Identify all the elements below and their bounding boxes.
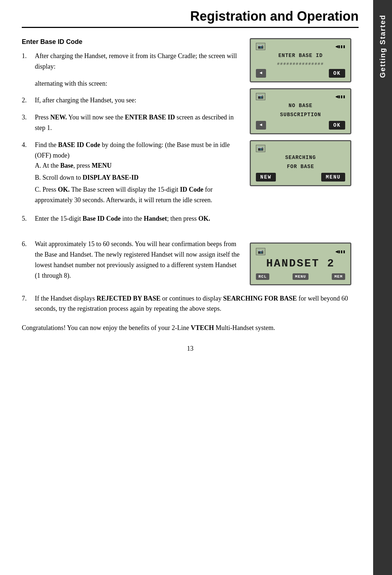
screen4-main-text: HANDSET 2 <box>256 257 345 270</box>
screen3-line1: SEARCHING <box>256 154 345 162</box>
page-number: 13 <box>22 345 359 352</box>
screen2-line1: NO BASE <box>256 102 345 110</box>
conclusion-text: Congratulations! You can now enjoy the b… <box>22 324 275 331</box>
sub-step-c: C. Press OK. The Base screen will displa… <box>35 184 241 205</box>
main-content: Enter Base ID Code 1. After charging the… <box>22 38 359 230</box>
screen-no-base: 📷 ◀▮▮▮ NO BASE SUBSCRIPTION ◀ OK <box>250 88 351 134</box>
steps-list: 1. After charging the Handset, remove it… <box>22 51 241 224</box>
section-heading: Enter Base ID Code <box>22 38 241 46</box>
step-2-num: 2. <box>22 95 30 106</box>
page-title: Registration and Operation <box>22 0 359 28</box>
step-6-num: 6. <box>22 239 30 281</box>
right-column-screens: 📷 ◀▮▮▮ ENTER BASE ID ############### ◀ O… <box>250 38 359 186</box>
screen1-battery: ◀▮▮▮ <box>335 44 345 49</box>
step-5-num: 5. <box>22 213 30 224</box>
screen1-line1: ENTER BASE ID <box>256 52 345 60</box>
screen3-top-row: 📷 <box>256 145 345 152</box>
bottom-section: 6. Wait approximately 15 to 60 seconds. … <box>22 239 359 287</box>
screen-searching: 📷 SEARCHING FOR BASE NEW MENU <box>250 140 351 186</box>
step-4-text: Find the BASE ID Code by doing the follo… <box>35 140 241 207</box>
sub-step-b: B. Scroll down to DISPLAY BASE-ID <box>35 172 241 183</box>
screen4-buttons: RCL MENU MEM <box>256 273 345 280</box>
step-2-text: If, after charging the Handset, you see: <box>35 95 136 106</box>
screen4-btn3: MEM <box>332 273 345 280</box>
screen3-btn-right: MENU <box>321 173 345 182</box>
step-3: 3. Press NEW. You will now see the ENTER… <box>22 112 241 133</box>
screen2-btn-left: ◀ <box>256 121 266 130</box>
step-7-text: If the Handset displays REJECTED BY BASE… <box>35 293 359 314</box>
step-3-text: Press NEW. You will now see the ENTER BA… <box>35 112 241 133</box>
conclusion: Congratulations! You can now enjoy the b… <box>22 323 359 333</box>
step-alt-num <box>22 78 30 89</box>
alternating-label-text: alternating with this screen: <box>35 78 107 89</box>
screen3-icon: 📷 <box>256 145 265 152</box>
screen2-battery: ◀▮▮▮ <box>335 94 345 99</box>
screen3-line2: FOR BASE <box>256 163 345 171</box>
step-4-num: 4. <box>22 140 30 207</box>
screen4-icon: 📷 <box>256 248 265 255</box>
side-tab-label: Getting Started <box>379 15 387 78</box>
screen-handset2: 📷 ◀▮▮▮ HANDSET 2 RCL MENU MEM <box>250 242 351 285</box>
screen4-top-row: 📷 ◀▮▮▮ <box>256 248 345 255</box>
screen2-btn-right: OK <box>329 121 345 130</box>
screen2-buttons: ◀ OK <box>256 121 345 130</box>
side-tab: Getting Started <box>373 0 392 575</box>
screen1-icon: 📷 <box>256 43 265 50</box>
sub-step-a: A. At the Base, press MENU <box>35 160 241 171</box>
step-7: 7. If the Handset displays REJECTED BY B… <box>22 293 359 314</box>
screen3-btn-left: NEW <box>256 173 276 182</box>
screen4-battery: ◀▮▮▮ <box>335 249 345 254</box>
screen3-buttons: NEW MENU <box>256 173 345 182</box>
screen2-icon: 📷 <box>256 93 265 100</box>
screen1-btn-left: ◀ <box>256 69 266 78</box>
screen2-top-row: 📷 ◀▮▮▮ <box>256 93 345 100</box>
step-6: 6. Wait approximately 15 to 60 seconds. … <box>22 239 241 281</box>
alternating-label-item: alternating with this screen: <box>22 78 241 89</box>
step-7-num: 7. <box>22 293 30 314</box>
step-5: 5. Enter the 15-digit Base ID Code into … <box>22 213 241 224</box>
screen2-line2: SUBSCRIPTION <box>256 111 345 119</box>
step-5-text: Enter the 15-digit Base ID Code into the… <box>35 213 210 224</box>
step-1: 1. After charging the Handset, remove it… <box>22 51 241 72</box>
step-6-text: Wait approximately 15 to 60 seconds. You… <box>35 239 241 281</box>
screen-enter-base-id: 📷 ◀▮▮▮ ENTER BASE ID ############### ◀ O… <box>250 38 351 82</box>
step-1-text: After charging the Handset, remove it fr… <box>35 51 241 72</box>
left-column: Enter Base ID Code 1. After charging the… <box>22 38 241 230</box>
step-3-num: 3. <box>22 112 30 133</box>
screen4-btn1: RCL <box>256 273 269 280</box>
step-2: 2. If, after charging the Handset, you s… <box>22 95 241 106</box>
screen1-buttons: ◀ OK <box>256 69 345 78</box>
sub-steps: A. At the Base, press MENU B. Scroll dow… <box>35 160 241 205</box>
step-1-num: 1. <box>22 51 30 72</box>
screen1-hash: ############### <box>256 62 345 66</box>
bottom-steps: 6. Wait approximately 15 to 60 seconds. … <box>22 239 241 287</box>
screen1-btn-right: OK <box>329 69 345 78</box>
handset2-screen-container: 📷 ◀▮▮▮ HANDSET 2 RCL MENU MEM <box>250 239 359 285</box>
screen4-btn2: MENU <box>293 273 309 280</box>
step-4: 4. Find the BASE ID Code by doing the fo… <box>22 140 241 207</box>
screen1-top-row: 📷 ◀▮▮▮ <box>256 43 345 50</box>
